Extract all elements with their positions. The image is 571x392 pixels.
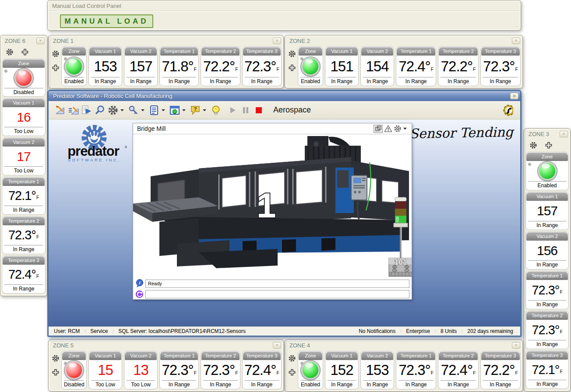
svg-text:®: ® (125, 146, 127, 149)
cell-value-area: 72.2°F (438, 56, 478, 77)
settings-dropdown-caret[interactable] (120, 109, 124, 111)
zone-5-titlebar[interactable]: ZONE 5 ✕ (49, 340, 283, 350)
cell-value-area: 157 (526, 201, 568, 221)
help-icon[interactable]: ? (189, 104, 201, 116)
cell-header: Vacuum 1 (3, 99, 45, 107)
sensor-cell-temperature-2: Temperature 272.4°FIn Range (438, 351, 478, 389)
report-list-icon[interactable] (148, 104, 160, 116)
close-icon[interactable]: ✕ (560, 131, 568, 137)
temperature-value: 71.8°F (162, 58, 197, 75)
status-mode: Service (85, 328, 113, 334)
stop-icon[interactable] (253, 104, 264, 116)
sensor-cell-vacuum-2: Vacuum 2154In Range (360, 46, 394, 86)
robot-cell-icon[interactable] (501, 104, 513, 116)
gear-icon[interactable] (288, 50, 296, 58)
zone-title: ZONE 6 (5, 38, 25, 44)
export-report-icon[interactable] (81, 104, 92, 116)
temperature-value: 72.2°F (483, 362, 518, 378)
zone-4-titlebar[interactable]: ZONE 4 ✕ (285, 340, 522, 350)
cell-status: In Range (4, 206, 43, 214)
vacuum-value: 154 (366, 58, 388, 75)
sensor-cell-temperature-1: Temperature 172.4°FIn Range (396, 46, 436, 86)
temperature-value: 72.3°F (483, 58, 518, 75)
cell-value-area: 72.3°F (160, 360, 198, 380)
machine-options-caret[interactable] (403, 128, 407, 130)
close-icon[interactable]: ✕ (273, 38, 281, 44)
manual-load-titlebar[interactable]: Manual Load Control Panel (48, 0, 521, 10)
alarm-warning-icon[interactable] (384, 125, 392, 133)
info-balloon-icon: i (135, 279, 144, 288)
cell-status: In Range (441, 77, 476, 86)
zone-1-titlebar[interactable]: ZONE 1 ✕ (49, 35, 283, 46)
manual-load-title: Manual Load Control Panel (52, 3, 121, 9)
temperature-value: 72.2°F (441, 58, 476, 75)
play-icon[interactable] (226, 104, 238, 116)
report-list-dropdown-caret[interactable] (162, 109, 165, 111)
settings-gear-icon[interactable] (107, 104, 119, 116)
sensor-cell-temperature-3: Temperature 372.3°FIn Range (242, 46, 282, 86)
cell-header: Vacuum 1 (326, 47, 358, 56)
cell-value-area: 151 (325, 56, 358, 77)
cell-header: Temperature 3 (481, 47, 520, 56)
pause-icon[interactable] (240, 104, 251, 116)
add-sensor-icon[interactable] (289, 369, 296, 376)
help-dropdown-caret[interactable] (203, 109, 206, 111)
cell-status: In Range (528, 380, 566, 388)
close-icon[interactable]: ✕ (512, 38, 520, 44)
zone-title: ZONE 4 (289, 342, 310, 349)
main-window-titlebar[interactable]: Predator Software - Robotic Cell Manufac… (49, 91, 520, 101)
svg-text:?: ? (194, 106, 197, 112)
status-window-icon[interactable] (169, 104, 180, 116)
cell-status: In Range (162, 380, 196, 389)
close-icon[interactable]: ✕ (36, 38, 45, 44)
gear-icon[interactable] (52, 50, 60, 58)
refresh-orb-icon[interactable] (135, 290, 144, 298)
cell-header: Temperature 1 (3, 178, 45, 186)
cell-value-area: 72.2°F (481, 360, 520, 380)
add-sensor-icon[interactable] (52, 369, 59, 376)
add-sensor-icon[interactable] (289, 64, 296, 71)
temperature-value: 72.3°F (532, 283, 562, 298)
cell-value-area: 72.3°F (396, 360, 436, 380)
gear-icon[interactable] (52, 354, 60, 362)
main-status-bar: User: RCM Service SQL Server: localhost\… (49, 326, 520, 336)
gear-icon[interactable] (288, 354, 296, 362)
add-sensor-icon[interactable] (545, 142, 552, 149)
cell-value-area: 72.4°F (2, 265, 45, 284)
cell-header: Vacuum 2 (361, 47, 393, 56)
zoom-icon[interactable] (94, 104, 106, 116)
add-sensor-icon[interactable] (52, 64, 59, 71)
cell-status: Enabled (528, 181, 566, 190)
security-dropdown-caret[interactable] (141, 109, 145, 111)
report-designer-icon[interactable] (54, 104, 66, 116)
profile-label: Aerospace (273, 105, 311, 115)
cell-header: Vacuum 2 (3, 138, 45, 147)
cell-status: Enabled (64, 77, 84, 86)
report-editor-icon[interactable] (67, 104, 79, 116)
close-icon[interactable]: ✕ (273, 342, 281, 349)
zone-3-titlebar[interactable]: ZONE 3 ✕ (524, 129, 570, 139)
status-window-dropdown-caret[interactable] (182, 109, 186, 111)
close-icon[interactable]: ✕ (510, 93, 518, 99)
predator-logo: predator ® SOFTWARE INC. (56, 123, 132, 166)
add-sensor-icon[interactable] (21, 49, 28, 56)
link-view-icon[interactable] (374, 125, 383, 133)
machine-settings-gear-icon[interactable] (394, 125, 402, 133)
cell-value-area: 154 (361, 56, 394, 77)
cell-header: Zone (299, 47, 322, 56)
pallet-101: 101 (389, 258, 412, 276)
tip-lightbulb-icon[interactable] (210, 104, 222, 116)
cell-value-area: 16 (2, 107, 45, 127)
zone-6-titlebar[interactable]: ZONE 6 ✕ (0, 35, 47, 46)
close-icon[interactable]: ✕ (512, 342, 520, 349)
gear-icon[interactable] (6, 48, 14, 56)
security-key-icon[interactable] (127, 104, 139, 116)
gear-icon[interactable] (529, 141, 537, 149)
zone-2-titlebar[interactable]: ZONE 2 ✕ (285, 35, 522, 46)
manual-load-button[interactable]: MANUAL LOAD (60, 14, 153, 28)
sensor-cell-temperature-1: Temperature 172.3°FIn Range (525, 271, 569, 309)
cell-value-area: 71.8°F (160, 56, 198, 77)
cell-status: Too Low (91, 380, 120, 389)
status-notifications: No Notifications (353, 328, 401, 334)
cell-indicator-dot (4, 70, 7, 73)
